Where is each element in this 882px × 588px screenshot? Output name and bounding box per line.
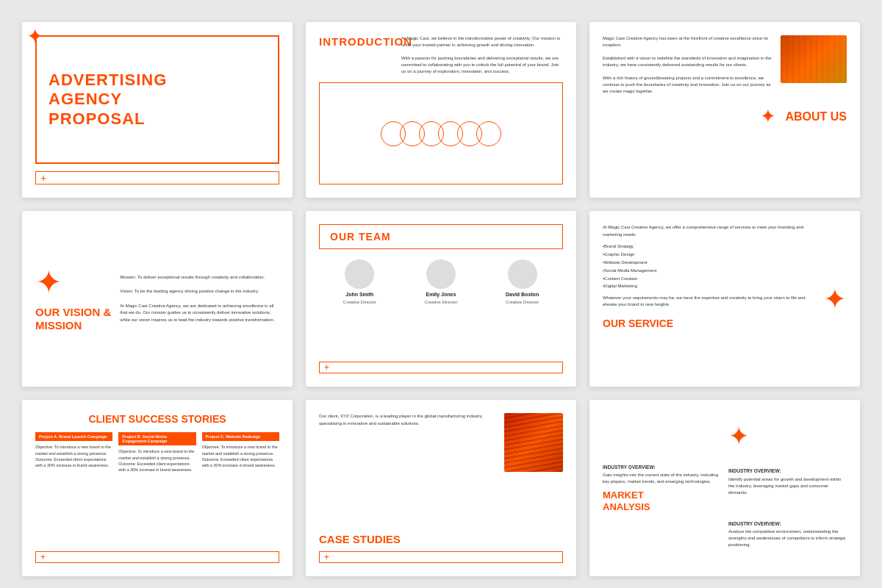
success-bottom-bar: + <box>35 551 279 563</box>
project-1-header: Project A: Brand Launch Campaign <box>35 432 112 441</box>
team-member-2: Emily Jones Creative Director <box>424 259 457 354</box>
team-members-list: John Smith Creative Director Emily Jones… <box>319 259 563 354</box>
slide1-bottom-bar: + <box>35 171 279 184</box>
decorative-circles <box>381 121 501 146</box>
service-list: •Brand Strategy•Graphic Design•Website D… <box>603 243 816 290</box>
project-1: Project A: Brand Launch Campaign Objecti… <box>35 432 112 473</box>
service-heading: OUR SERVICE <box>603 315 816 331</box>
slide-about-us: Magic Cast Creative Agency has been at t… <box>589 22 860 198</box>
intro-top: INTRODUCTION At Magic Cast, we believe i… <box>319 35 563 75</box>
member-title-2: Creative Director <box>424 300 457 304</box>
service-left: At Magic Cast Creative Agency, we offer … <box>603 224 816 373</box>
project-2: Project B: Social Media Engagement Campa… <box>118 432 196 473</box>
member-avatar-2 <box>426 259 456 289</box>
plus-icon: + <box>324 552 329 562</box>
slide-introduction: INTRODUCTION At Magic Cast, we believe i… <box>306 22 576 198</box>
about-text: Magic Cast Creative Agency has been at t… <box>603 35 773 95</box>
slide-case-studies: Our client, XYZ Corporation, is a leadin… <box>306 400 576 576</box>
slide-advertising-proposal: ✦ ADVERTISING AGENCY PROPOSAL + <box>22 22 293 198</box>
team-bottom-bar: + <box>319 362 563 373</box>
industry-section-1: INDUSTRY OVERVIEW: Gain insights into th… <box>603 464 721 486</box>
project-1-text: Objective: To introduce a new brand to t… <box>35 444 112 468</box>
slide-our-service: At Magic Cast Creative Agency, we offer … <box>589 211 860 387</box>
project-3: Project C: Website Redesign Objective: T… <box>202 432 279 473</box>
service-closing: Whatever your requirements may be, we ha… <box>603 295 816 308</box>
market-left: INDUSTRY OVERVIEW: Gain insights into th… <box>603 413 721 562</box>
slide-our-team: OUR TEAM John Smith Creative Director Em… <box>306 211 576 387</box>
star-icon: ✦ <box>728 423 847 448</box>
team-member-1: John Smith Creative Director <box>343 259 376 354</box>
star-icon: ✦ <box>823 285 847 313</box>
member-avatar-1 <box>345 259 374 289</box>
member-name-3: David Boxton <box>506 292 539 297</box>
member-name-2: Emily Jones <box>426 292 456 297</box>
about-image <box>781 35 847 83</box>
project-2-text: Objective: To introduce a new brand to t… <box>118 448 196 473</box>
circles-container <box>319 82 563 184</box>
case-content: Our client, XYZ Corporation, is a leadin… <box>319 413 563 525</box>
industry-title-1: INDUSTRY OVERVIEW: <box>603 464 721 471</box>
proposal-title: ADVERTISING AGENCY PROPOSAL <box>49 71 167 129</box>
vision-right: Mission: To deliver exceptional results … <box>120 224 279 373</box>
case-heading: CASE STUDIES <box>319 533 563 545</box>
service-intro: At Magic Cast Creative Agency, we offer … <box>603 224 816 238</box>
vision-left: ✦ OUR VISION & MISSION <box>35 224 111 373</box>
market-right: ✦ INDUSTRY OVERVIEW: Identify potential … <box>728 413 847 562</box>
project-3-text: Objective: To introduce a new brand to t… <box>202 444 279 468</box>
intro-heading: INTRODUCTION <box>319 35 392 75</box>
industry-title-3: INDUSTRY OVERVIEW: <box>728 520 847 528</box>
industry-section-3: INDUSTRY OVERVIEW: Analyse the competiti… <box>728 520 847 549</box>
circle-6 <box>476 121 501 146</box>
case-text: Our client, XYZ Corporation, is a leadin… <box>319 413 497 525</box>
member-title-3: Creative Director <box>506 300 539 304</box>
industry-section-2: INDUSTRY OVERVIEW: Identify potential ar… <box>728 467 847 496</box>
member-name-1: John Smith <box>345 292 373 297</box>
market-heading: MARKET ANALYSIS <box>603 490 721 512</box>
team-member-3: David Boxton Creative Director <box>506 259 539 354</box>
star-icon: ✦ <box>760 105 776 128</box>
success-heading: CLIENT SUCCESS STORIES <box>35 413 279 425</box>
case-image <box>504 413 563 472</box>
project-2-header: Project B: Social Media Engagement Campa… <box>118 432 196 445</box>
team-header-box: OUR TEAM <box>319 224 563 249</box>
proposal-border-box: ✦ ADVERTISING AGENCY PROPOSAL <box>35 35 279 164</box>
member-title-1: Creative Director <box>343 300 376 304</box>
member-avatar-3 <box>508 259 537 289</box>
about-heading: ABOUT US <box>785 110 847 123</box>
plus-icon: + <box>40 552 46 562</box>
slide-vision-mission: ✦ OUR VISION & MISSION Mission: To deliv… <box>22 211 293 387</box>
about-bottom: ✦ ABOUT US <box>603 105 847 128</box>
slide-market-analysis: INDUSTRY OVERVIEW: Gain insights into th… <box>589 400 860 576</box>
about-top: Magic Cast Creative Agency has been at t… <box>603 35 847 95</box>
industry-title-2: INDUSTRY OVERVIEW: <box>728 467 847 475</box>
slide-grid: ✦ ADVERTISING AGENCY PROPOSAL + INTRODUC… <box>22 22 860 576</box>
plus-icon: + <box>40 172 46 184</box>
projects-list: Project A: Brand Launch Campaign Objecti… <box>35 432 279 473</box>
star-icon: ✦ <box>35 266 111 298</box>
plus-icon: + <box>324 362 329 373</box>
team-heading: OUR TEAM <box>330 231 552 243</box>
intro-text: At Magic Cast, we believe in the transfo… <box>401 35 563 75</box>
project-3-header: Project C: Website Redesign <box>202 432 279 441</box>
vision-heading: OUR VISION & MISSION <box>35 306 111 332</box>
slide-client-success: CLIENT SUCCESS STORIES Project A: Brand … <box>22 400 293 576</box>
case-bottom-bar: + <box>319 551 563 563</box>
star-icon: ✦ <box>26 26 43 47</box>
